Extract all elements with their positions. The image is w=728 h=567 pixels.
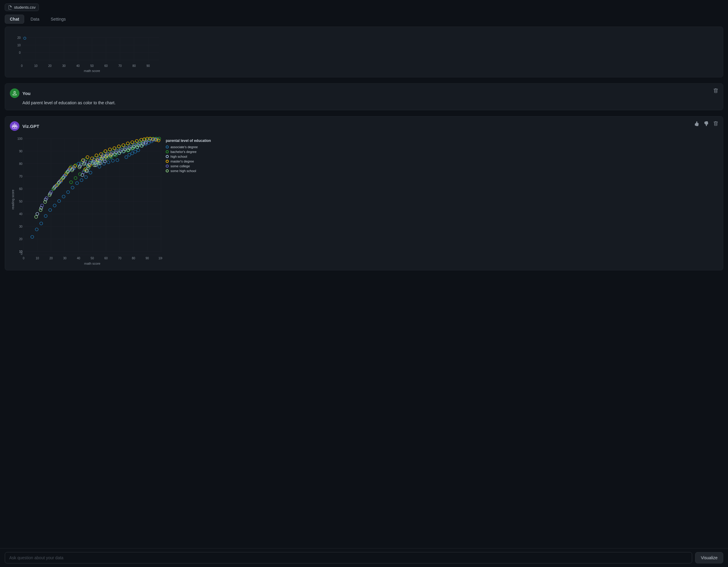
legend-circle-master bbox=[166, 160, 169, 163]
svg-point-100 bbox=[98, 165, 101, 168]
legend-item-somehighschool: some high school bbox=[166, 169, 214, 173]
partial-chart-svg: 20 10 0 0 10 20 30 40 50 60 70 80 90 100 bbox=[10, 35, 159, 73]
legend-label-highschool: high school bbox=[171, 155, 187, 158]
svg-point-121 bbox=[131, 152, 134, 155]
you-message-actions bbox=[712, 87, 719, 94]
viz-message-block: Viz.GPT bbox=[5, 116, 723, 270]
svg-point-274 bbox=[66, 170, 69, 173]
svg-point-104 bbox=[116, 159, 119, 162]
legend-label-somehighschool: some high school bbox=[171, 169, 196, 173]
file-badge[interactable]: students.csv bbox=[5, 4, 39, 11]
svg-point-107 bbox=[80, 179, 83, 182]
svg-point-120 bbox=[134, 150, 137, 153]
partial-chart-block: 20 10 0 0 10 20 30 40 50 60 70 80 90 100 bbox=[5, 27, 723, 77]
legend-item-bachelor: bachelor's degree bbox=[166, 150, 214, 153]
svg-point-113 bbox=[53, 204, 56, 207]
main-chart-container: 100 90 80 70 60 50 40 30 20 10 10 0 bbox=[10, 134, 718, 265]
trash-viz-icon bbox=[713, 121, 718, 126]
svg-point-281 bbox=[39, 208, 42, 211]
trash-icon bbox=[713, 88, 718, 93]
svg-point-116 bbox=[40, 222, 43, 225]
svg-text:10: 10 bbox=[17, 44, 21, 47]
tab-settings[interactable]: Settings bbox=[46, 15, 71, 24]
svg-point-115 bbox=[44, 214, 47, 217]
thumbs-up-icon bbox=[694, 121, 699, 126]
svg-point-197 bbox=[86, 156, 89, 159]
delete-you-button[interactable] bbox=[712, 87, 719, 94]
visualize-button[interactable]: Visualize bbox=[695, 552, 723, 563]
svg-point-114 bbox=[49, 208, 52, 211]
svg-text:30: 30 bbox=[62, 64, 66, 67]
svg-text:100: 100 bbox=[159, 256, 162, 260]
document-icon bbox=[8, 5, 12, 10]
svg-point-117 bbox=[35, 228, 38, 231]
chat-input[interactable] bbox=[5, 552, 692, 563]
you-message-text: Add parent level of education as color t… bbox=[22, 100, 718, 105]
legend-label-associate: associate's degree bbox=[171, 145, 198, 149]
svg-point-102 bbox=[107, 161, 110, 164]
svg-point-237 bbox=[124, 146, 127, 149]
legend-item-associate: associate's degree bbox=[166, 145, 214, 149]
tab-data[interactable]: Data bbox=[25, 15, 44, 24]
svg-point-233 bbox=[106, 152, 109, 155]
thumbs-down-button[interactable] bbox=[703, 120, 710, 127]
svg-text:90: 90 bbox=[146, 64, 150, 67]
svg-text:70: 70 bbox=[118, 256, 122, 260]
delete-viz-button[interactable] bbox=[712, 120, 719, 127]
legend-label-master: master's degree bbox=[171, 159, 194, 163]
svg-point-158 bbox=[74, 176, 77, 179]
svg-text:20: 20 bbox=[49, 256, 53, 260]
svg-point-110 bbox=[67, 190, 70, 193]
svg-text:70: 70 bbox=[118, 64, 122, 67]
svg-point-105 bbox=[89, 171, 92, 174]
svg-point-235 bbox=[115, 149, 118, 152]
svg-text:40: 40 bbox=[77, 256, 80, 260]
svg-point-149 bbox=[52, 187, 55, 190]
svg-point-119 bbox=[137, 149, 140, 152]
svg-text:60: 60 bbox=[19, 187, 23, 190]
legend-item-highschool: high school bbox=[166, 155, 214, 158]
legend-item-somecollege: some college bbox=[166, 164, 214, 168]
legend-item-master: master's degree bbox=[166, 159, 214, 163]
svg-text:20: 20 bbox=[48, 64, 52, 67]
svg-text:10: 10 bbox=[36, 256, 39, 260]
thumbs-down-icon bbox=[704, 121, 709, 126]
svg-text:80: 80 bbox=[132, 256, 135, 260]
robot-icon bbox=[12, 123, 17, 129]
header: students.csv Chat Data Settings bbox=[0, 0, 728, 24]
thumbs-up-button[interactable] bbox=[693, 120, 700, 127]
svg-text:70: 70 bbox=[19, 175, 23, 178]
viz-message-actions bbox=[693, 120, 719, 127]
y-axis-label: reading score bbox=[11, 190, 15, 210]
chat-area: 20 10 0 0 10 20 30 40 50 60 70 80 90 100 bbox=[0, 24, 728, 548]
svg-text:90: 90 bbox=[145, 256, 149, 260]
svg-point-29 bbox=[24, 37, 26, 39]
svg-text:20: 20 bbox=[19, 237, 23, 241]
svg-text:0: 0 bbox=[23, 256, 24, 260]
svg-point-206 bbox=[126, 142, 129, 145]
svg-text:30: 30 bbox=[19, 225, 23, 228]
svg-point-199 bbox=[95, 154, 98, 157]
svg-point-123 bbox=[125, 156, 128, 159]
legend-circle-bachelor bbox=[166, 150, 169, 153]
tab-chat[interactable]: Chat bbox=[5, 15, 24, 24]
file-label: students.csv bbox=[14, 5, 36, 10]
svg-point-282 bbox=[35, 215, 38, 218]
svg-point-159 bbox=[70, 181, 73, 184]
tabs-container: Chat Data Settings bbox=[5, 15, 723, 24]
svg-point-276 bbox=[62, 176, 64, 179]
svg-text:60: 60 bbox=[104, 64, 108, 67]
svg-point-118 bbox=[31, 235, 34, 238]
svg-text:80: 80 bbox=[19, 162, 23, 165]
viz-message-header: Viz.GPT bbox=[10, 121, 718, 131]
svg-text:80: 80 bbox=[132, 64, 136, 67]
avatar-viz bbox=[10, 121, 19, 131]
input-area: Visualize bbox=[0, 548, 728, 567]
legend-circle-highschool bbox=[166, 155, 169, 158]
chart-legend: parental level of education associate's … bbox=[166, 139, 214, 174]
svg-point-109 bbox=[71, 186, 74, 189]
svg-point-258 bbox=[82, 170, 85, 173]
svg-point-122 bbox=[128, 153, 131, 156]
svg-point-111 bbox=[62, 195, 65, 198]
legend-title: parental level of education bbox=[166, 139, 214, 143]
